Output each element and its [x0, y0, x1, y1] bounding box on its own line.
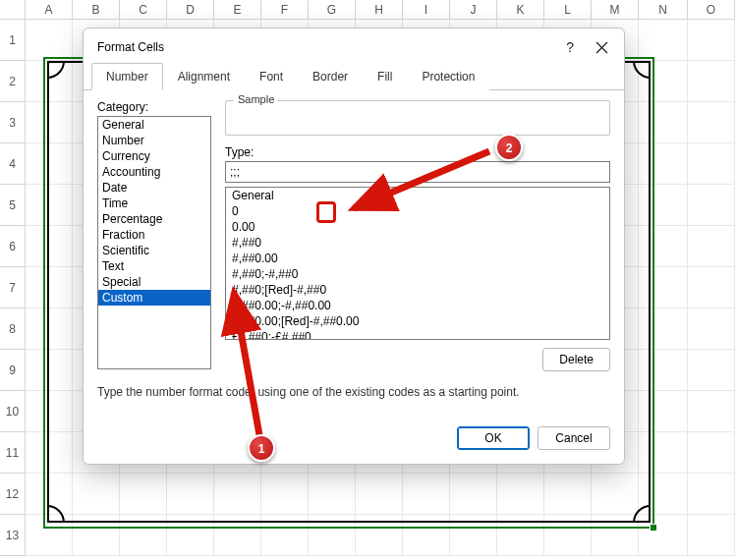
cell[interactable] — [688, 515, 735, 556]
row-header[interactable]: 6 — [0, 226, 26, 267]
cell[interactable] — [639, 308, 688, 350]
category-item[interactable]: Accounting — [98, 164, 210, 180]
cancel-button[interactable]: Cancel — [538, 426, 610, 450]
cell[interactable] — [544, 515, 592, 556]
cell[interactable] — [261, 474, 309, 515]
row-header[interactable]: 1 — [0, 20, 26, 61]
cell[interactable] — [120, 515, 167, 556]
row-header[interactable]: 4 — [0, 143, 26, 185]
row-header[interactable]: 8 — [0, 308, 26, 350]
category-item[interactable]: General — [98, 117, 210, 133]
row-header[interactable]: 7 — [0, 267, 26, 308]
format-item[interactable]: General — [226, 188, 609, 203]
cell[interactable] — [403, 515, 450, 556]
cell[interactable] — [356, 474, 403, 515]
cell[interactable] — [26, 308, 73, 350]
col-header[interactable]: F — [261, 0, 309, 20]
cell[interactable] — [26, 391, 73, 432]
row-header[interactable]: 9 — [0, 350, 26, 391]
col-header[interactable]: G — [309, 0, 356, 20]
format-item[interactable]: #,##0.00;[Red]-#,##0.00 — [226, 313, 609, 329]
category-item[interactable]: Date — [98, 180, 210, 196]
format-item[interactable]: 0.00 — [226, 219, 609, 235]
cell[interactable] — [26, 267, 73, 308]
cell[interactable] — [639, 226, 688, 267]
type-input[interactable] — [225, 161, 610, 183]
cell[interactable] — [639, 391, 688, 432]
col-header[interactable]: A — [26, 0, 73, 20]
cell[interactable] — [26, 350, 73, 391]
cell[interactable] — [639, 474, 688, 515]
cell[interactable] — [688, 185, 735, 226]
format-item[interactable]: 0 — [226, 203, 609, 219]
cell[interactable] — [688, 267, 735, 308]
category-item[interactable]: Percentage — [98, 211, 210, 227]
row-header[interactable]: 10 — [0, 391, 26, 432]
cell[interactable] — [120, 474, 167, 515]
row-header[interactable]: 13 — [0, 515, 26, 556]
col-header[interactable]: B — [73, 0, 120, 20]
cell[interactable] — [688, 226, 735, 267]
cell[interactable] — [688, 102, 735, 143]
cell[interactable] — [639, 143, 688, 185]
format-item[interactable]: #,##0;-#,##0 — [226, 266, 609, 282]
cell[interactable] — [261, 515, 309, 556]
cell[interactable] — [688, 350, 735, 391]
col-header[interactable]: O — [688, 0, 735, 20]
cell[interactable] — [497, 515, 544, 556]
cell[interactable] — [309, 515, 356, 556]
col-header[interactable]: K — [497, 0, 544, 20]
format-item[interactable]: #,##0.00 — [226, 251, 609, 266]
category-item[interactable]: Text — [98, 258, 210, 274]
cell[interactable] — [26, 226, 73, 267]
cell[interactable] — [26, 432, 73, 474]
cell[interactable] — [309, 474, 356, 515]
col-header[interactable]: J — [450, 0, 497, 20]
row-header[interactable]: 12 — [0, 474, 26, 515]
cell[interactable] — [26, 102, 73, 143]
cell[interactable] — [356, 515, 403, 556]
col-header[interactable]: N — [639, 0, 688, 20]
cell[interactable] — [688, 61, 735, 102]
cell[interactable] — [688, 308, 735, 350]
cell[interactable] — [639, 61, 688, 102]
cell[interactable] — [688, 20, 735, 61]
row-header[interactable]: 2 — [0, 61, 26, 102]
cell[interactable] — [73, 474, 120, 515]
col-header[interactable]: H — [356, 0, 403, 20]
cell[interactable] — [688, 474, 735, 515]
tab-fill[interactable]: Fill — [363, 63, 407, 90]
cell[interactable] — [688, 432, 735, 474]
cell[interactable] — [26, 20, 73, 61]
row-header[interactable]: 5 — [0, 185, 26, 226]
cell[interactable] — [403, 474, 450, 515]
delete-button[interactable]: Delete — [542, 348, 610, 371]
category-item[interactable]: Number — [98, 133, 210, 148]
cell[interactable] — [639, 267, 688, 308]
cell[interactable] — [688, 143, 735, 185]
cell[interactable] — [26, 143, 73, 185]
cell[interactable] — [73, 515, 120, 556]
cell[interactable] — [450, 515, 497, 556]
col-header[interactable]: C — [120, 0, 167, 20]
row-header[interactable]: 11 — [0, 432, 26, 474]
cell[interactable] — [639, 102, 688, 143]
format-item[interactable]: #,##0;[Red]-#,##0 — [226, 282, 609, 298]
cell[interactable] — [450, 474, 497, 515]
col-header[interactable]: D — [167, 0, 214, 20]
cell[interactable] — [639, 20, 688, 61]
tab-alignment[interactable]: Alignment — [163, 63, 245, 90]
ok-button[interactable]: OK — [457, 426, 530, 450]
col-header[interactable]: E — [214, 0, 261, 20]
close-button[interactable] — [594, 39, 610, 56]
category-item[interactable]: Fraction — [98, 227, 210, 243]
cell[interactable] — [592, 515, 639, 556]
cell[interactable] — [214, 515, 261, 556]
category-item[interactable]: Scientific — [98, 243, 210, 258]
cell[interactable] — [26, 185, 73, 226]
row-header[interactable]: 3 — [0, 102, 26, 143]
cell[interactable] — [639, 350, 688, 391]
category-item[interactable]: Special — [98, 274, 210, 290]
tab-number[interactable]: Number — [91, 63, 163, 90]
category-item[interactable]: Custom — [98, 290, 210, 306]
